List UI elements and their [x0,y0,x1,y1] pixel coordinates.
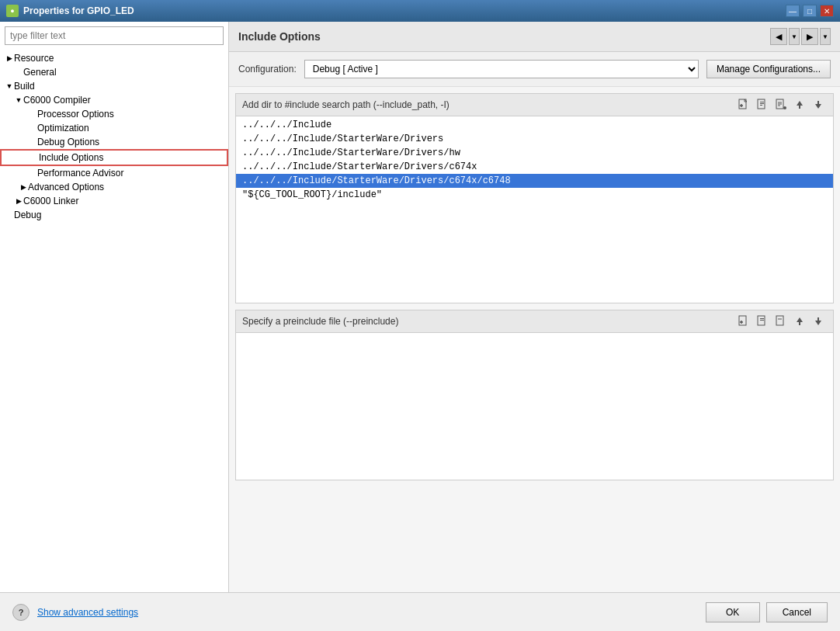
tree-label-debug-options: Debug Options [37,137,99,147]
nav-forward-dropdown[interactable]: ▼ [820,28,831,45]
bottom-bar: ? Show advanced settings OK Cancel [0,592,840,631]
title-bar-controls: — □ ✕ [786,5,834,17]
manage-configurations-button[interactable]: Manage Configurations... [706,60,831,78]
svg-rect-7 [760,102,764,102]
tree-item-processor-options[interactable]: Processor Options [0,107,228,121]
dialog-content: ▶ Resource General ▼ Build ▼ C6000 Compi… [0,22,840,592]
main-container: ▶ Resource General ▼ Build ▼ C6000 Compi… [0,22,840,631]
add-file-icon [738,99,750,111]
help-icon[interactable]: ? [12,604,30,621]
tree-item-performance-advisor[interactable]: Performance Advisor [0,166,228,180]
include-move-down-button[interactable] [810,97,827,113]
left-panel: ▶ Resource General ▼ Build ▼ C6000 Compi… [0,22,229,592]
preinclude-move-up-button[interactable] [791,314,808,329]
right-header: Include Options ◀ ▼ ▶ ▼ [229,22,840,52]
preinclude-section: Specify a preinclude file (--preinclude) [235,310,834,480]
tree-arrow-c6000-linker: ▶ [14,196,23,206]
tree-arrow-build: ▼ [5,81,14,91]
tree-label-build: Build [14,81,35,92]
svg-rect-24 [760,320,764,321]
edit-icon [775,99,787,111]
tree-label-c6000-linker: C6000 Linker [23,196,78,206]
nav-forward-button[interactable]: ▶ [801,28,818,45]
bottom-buttons: OK Cancel [706,602,828,622]
svg-rect-0 [739,99,746,109]
move-up-icon [793,99,806,111]
preinclude-add-button[interactable] [735,314,752,329]
tree-arrow-c6000-compiler: ▼ [14,95,23,105]
include-path-label: Add dir to #include search path (--inclu… [242,99,450,110]
include-path-item-5[interactable]: ../../../Include/StarterWare/Drivers/c67… [236,174,833,188]
svg-rect-16 [799,106,800,109]
preinclude-down-icon [812,315,824,328]
maximize-button[interactable]: □ [803,5,817,17]
bottom-left: ? Show advanced settings [12,604,138,621]
tree-item-debug[interactable]: Debug [0,208,228,222]
close-button[interactable]: ✕ [820,5,834,17]
preinclude-workspace-icon [756,315,769,328]
svg-rect-23 [760,318,764,319]
include-move-up-button[interactable] [791,97,808,113]
tree-item-resource[interactable]: ▶ Resource [0,51,228,65]
cancel-button[interactable]: Cancel [766,602,828,622]
include-add-workspace-button[interactable] [754,97,771,113]
nav-back-button[interactable]: ◀ [770,28,787,45]
tree-item-c6000-compiler[interactable]: ▼ C6000 Compiler [0,93,228,107]
right-panel-title: Include Options [238,30,321,43]
include-path-item-3[interactable]: ../../../Include/StarterWare/Drivers/hw [236,146,833,160]
tree-spacer-optimization [28,123,37,133]
window-title: Properties for GPIO_LED [23,5,134,16]
tree-spacer-performance-advisor [28,168,37,178]
svg-rect-28 [799,322,800,325]
tree-item-build[interactable]: ▼ Build [0,79,228,93]
config-select[interactable]: Debug [ Active ] [304,60,699,78]
tree-label-include-options: Include Options [39,152,103,163]
preinclude-add-workspace-button[interactable] [754,314,771,329]
config-label: Configuration: [238,64,297,75]
include-path-toolbar [735,97,827,113]
svg-marker-29 [815,321,821,325]
tree-item-include-options[interactable]: Include Options [0,149,228,166]
svg-rect-19 [739,316,746,325]
include-add-button[interactable] [735,97,752,113]
svg-rect-9 [760,105,762,106]
tree-spacer-general [14,68,23,77]
show-advanced-settings-link[interactable]: Show advanced settings [37,607,138,618]
tree-label-advanced-options: Advanced Options [28,182,104,192]
tree-item-c6000-linker[interactable]: ▶ C6000 Linker [0,194,228,208]
tree-arrow-resource: ▶ [5,54,14,63]
minimize-button[interactable]: — [786,5,800,17]
preinclude-up-icon [793,315,806,328]
include-edit-button[interactable] [772,97,790,113]
add-workspace-icon [756,99,769,111]
tree-spacer-debug [5,210,14,220]
title-bar-left: ● Properties for GPIO_LED [6,5,134,17]
tree-item-optimization[interactable]: Optimization [0,121,228,135]
tree-item-general[interactable]: General [0,65,228,79]
right-panel: Include Options ◀ ▼ ▶ ▼ Configuration: D… [229,22,840,592]
include-path-item-6[interactable]: "${CG_TOOL_ROOT}/include" [236,188,833,202]
svg-marker-15 [797,101,803,106]
svg-point-14 [783,106,786,109]
svg-marker-17 [815,104,821,109]
tree-label-optimization: Optimization [37,123,89,133]
nav-back-dropdown[interactable]: ▼ [789,28,800,45]
filter-input[interactable] [5,26,224,45]
tree-item-advanced-options[interactable]: ▶ Advanced Options [0,180,228,194]
include-path-section: Add dir to #include search path (--inclu… [235,93,834,303]
preinclude-list [236,333,833,473]
include-path-item-4[interactable]: ../../../Include/StarterWare/Drivers/c67… [236,160,833,174]
include-path-item-1[interactable]: ../../../Include [236,118,833,132]
include-path-item-2[interactable]: ../../../Include/StarterWare/Drivers [236,132,833,146]
svg-rect-18 [817,101,819,104]
tree-label-c6000-compiler: C6000 Compiler [23,95,91,106]
tree-spacer-include-options [30,153,39,162]
tree-label-performance-advisor: Performance Advisor [37,168,123,179]
include-path-list: ../../../Include ../../../Include/Starte… [236,116,833,303]
preinclude-move-down-button[interactable] [810,314,827,329]
ok-button[interactable]: OK [706,602,760,622]
preinclude-label: Specify a preinclude file (--preinclude) [242,316,398,327]
preinclude-edit-button[interactable] [772,314,790,329]
config-bar: Configuration: Debug [ Active ] Manage C… [229,52,840,87]
tree-item-debug-options[interactable]: Debug Options [0,135,228,149]
